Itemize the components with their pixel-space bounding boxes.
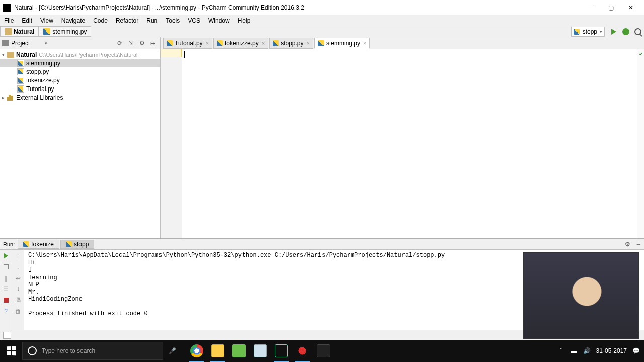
menu-view[interactable]: View — [36, 16, 57, 26]
python-file-icon — [43, 28, 50, 35]
run-tab-stopp[interactable]: stopp — [60, 240, 94, 249]
close-tab-icon[interactable]: × — [262, 40, 265, 46]
editor-tab-tokenizze[interactable]: tokenizze.py × — [213, 38, 268, 49]
scroll-from-source-icon[interactable]: ⟳ — [116, 39, 124, 47]
folder-icon — [7, 52, 14, 58]
soft-wrap-button[interactable]: ↩ — [14, 274, 22, 282]
run-action-toolbar-1: ‖ ☰ ? — [0, 250, 12, 340]
collapse-all-icon[interactable]: ⇲ — [127, 39, 135, 47]
hide-tool-window-icon[interactable]: ↦ — [149, 39, 157, 47]
library-icon — [7, 95, 14, 101]
microphone-icon[interactable]: 🎤 — [163, 347, 181, 354]
tray-clock[interactable]: 31-05-2017 — [596, 348, 627, 354]
tray-volume-icon[interactable]: 🔊 — [583, 347, 591, 355]
editor-tab-tutorial[interactable]: Tutorial.py × — [163, 38, 212, 49]
stop-button[interactable] — [2, 263, 10, 271]
webcam-overlay — [523, 252, 639, 339]
window-title: Natural - [C:\Users\Haris\PycharmProject… — [14, 4, 581, 11]
breadcrumb-file[interactable]: stemming.py — [39, 26, 91, 37]
project-root-node[interactable]: ▾ Natural C:\Users\Haris\PycharmProjects… — [0, 50, 160, 59]
windows-taskbar: Type here to search 🎤 ˄ ▬ 🔊 31-05-2017 💬 — [0, 340, 644, 362]
run-button[interactable] — [609, 27, 618, 36]
start-button[interactable] — [0, 340, 22, 362]
tree-file-stopp[interactable]: stopp.py — [0, 67, 160, 76]
tree-expand-toggle[interactable]: ▸ — [2, 95, 7, 100]
taskbar-app-chrome[interactable] — [186, 340, 207, 362]
clear-button[interactable]: 🗑 — [14, 307, 22, 315]
editor-body[interactable]: ✔ — [161, 49, 644, 238]
tree-file-tutorial[interactable]: Tutorial.py — [0, 84, 160, 93]
scroll-to-end-button[interactable]: ⤓ — [14, 285, 22, 293]
dump-threads-button[interactable]: ☰ — [2, 285, 10, 293]
play-icon — [4, 253, 8, 258]
up-stack-button[interactable]: ↑ — [14, 252, 22, 260]
menu-navigate[interactable]: Navigate — [57, 16, 89, 26]
tray-chevron-up-icon[interactable]: ˄ — [557, 347, 565, 355]
external-libraries-node[interactable]: ▸ External Libraries — [0, 93, 160, 102]
python-file-icon — [23, 241, 29, 247]
taskbar-app-store[interactable] — [228, 340, 250, 362]
run-action-toolbar-2: ↑ ↓ ↩ ⤓ 🖶 🗑 — [12, 250, 24, 340]
menu-vcs[interactable]: VCS — [184, 16, 204, 26]
python-file-icon — [217, 40, 223, 46]
navigation-bar: Natural stemming.py stopp ▾ — [0, 26, 644, 37]
project-tree[interactable]: ▾ Natural C:\Users\Haris\PycharmProjects… — [0, 49, 160, 238]
taskbar-search[interactable]: Type here to search — [22, 342, 163, 360]
menu-file[interactable]: File — [0, 16, 18, 26]
run-tool-header: Run: tokenize stopp ⚙ – — [0, 239, 644, 250]
close-tab-icon[interactable]: × — [307, 40, 310, 46]
menu-refactor[interactable]: Refactor — [112, 16, 142, 26]
menu-code[interactable]: Code — [89, 16, 112, 26]
rerun-button[interactable] — [2, 252, 10, 260]
taskbar-app-video[interactable] — [313, 340, 334, 362]
settings-gear-icon[interactable]: ⚙ — [138, 39, 146, 47]
python-file-icon — [17, 85, 24, 93]
tree-file-stemming[interactable]: stemming.py — [0, 59, 160, 67]
editor-marker-bar[interactable]: ✔ — [637, 49, 644, 238]
tree-file-tokenizze[interactable]: tokenizze.py — [0, 76, 160, 84]
system-tray: ˄ ▬ 🔊 31-05-2017 💬 — [553, 347, 644, 355]
taskbar-app-notepad[interactable] — [250, 340, 271, 362]
stop-icon — [4, 264, 9, 269]
tree-expand-toggle[interactable]: ▾ — [2, 52, 7, 57]
run-configuration-selector[interactable]: stopp ▾ — [571, 27, 605, 37]
close-run-button[interactable] — [2, 296, 10, 304]
run-tab-tokenize[interactable]: tokenize — [18, 240, 59, 249]
help-button[interactable]: ? — [2, 307, 10, 315]
menu-run[interactable]: Run — [142, 16, 162, 26]
down-stack-button[interactable]: ↓ — [14, 263, 22, 271]
chevron-down-icon[interactable]: ▾ — [45, 41, 47, 46]
code-text-area[interactable] — [182, 49, 644, 238]
breadcrumb-project[interactable]: Natural — [0, 26, 39, 37]
taskbar-app-recorder[interactable] — [292, 340, 313, 362]
minimize-button[interactable]: — — [581, 2, 601, 14]
taskbar-app-pycharm[interactable] — [271, 340, 292, 362]
project-view-icon — [2, 40, 9, 46]
tray-notifications-icon[interactable]: 💬 — [632, 347, 640, 355]
menu-tools[interactable]: Tools — [162, 16, 184, 26]
editor-tab-bar: Tutorial.py × tokenizze.py × stopp.py × … — [161, 37, 644, 49]
status-indicator-icon[interactable] — [3, 332, 11, 339]
menu-edit[interactable]: Edit — [18, 16, 36, 26]
pause-button[interactable]: ‖ — [2, 274, 10, 282]
editor-tab-stemming[interactable]: stemming.py × — [314, 38, 370, 49]
close-window-button[interactable]: ✕ — [621, 2, 641, 14]
search-everywhere-button[interactable] — [633, 27, 642, 36]
debug-button[interactable] — [621, 27, 630, 36]
maximize-button[interactable]: ▢ — [601, 2, 621, 14]
run-hide-icon[interactable]: – — [634, 240, 642, 248]
project-tool-window: Project ▾ ⟳ ⇲ ⚙ ↦ ▾ Natural C:\Users\Har… — [0, 37, 161, 238]
python-file-icon — [273, 40, 279, 46]
close-tab-icon[interactable]: × — [363, 40, 366, 46]
run-settings-icon[interactable]: ⚙ — [623, 240, 631, 248]
menu-window[interactable]: Window — [204, 16, 234, 26]
python-file-icon — [574, 29, 580, 35]
python-file-icon — [318, 40, 324, 46]
editor-tab-stopp[interactable]: stopp.py × — [269, 38, 313, 49]
taskbar-app-explorer[interactable] — [207, 340, 228, 362]
close-tab-icon[interactable]: × — [206, 40, 209, 46]
menu-help[interactable]: Help — [234, 16, 255, 26]
bug-icon — [622, 28, 629, 35]
tray-network-icon[interactable]: ▬ — [570, 347, 578, 355]
print-button[interactable]: 🖶 — [14, 296, 22, 304]
